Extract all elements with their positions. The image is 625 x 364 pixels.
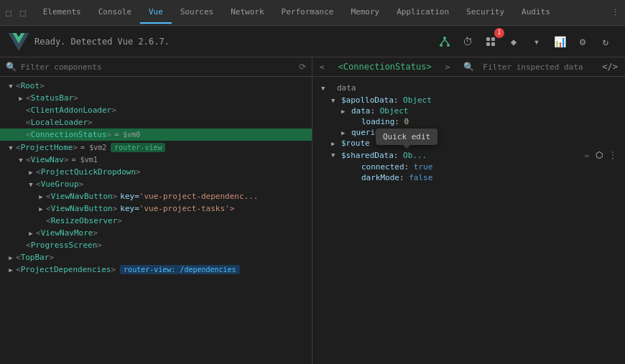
more-dropdown-icon[interactable]: ▾ [526, 31, 547, 52]
tree-item-statusbar[interactable]: ▶ <StatusBar> [0, 92, 312, 104]
svg-rect-5 [486, 37, 490, 41]
toggle-viewnavbutton1[interactable]: ▶ [36, 193, 46, 200]
toggle-vuegroup[interactable]: ▼ [26, 181, 36, 188]
device-icon[interactable]: ⬚ [17, 4, 29, 21]
data-row-darkmode[interactable]: darkMode : false [318, 172, 619, 183]
shareddata-toggle[interactable]: ▼ [331, 151, 341, 159]
data-panel: ▼ data ▼ $apolloData : Object ▶ data : O… [312, 77, 625, 364]
tab-application[interactable]: Application [388, 1, 458, 24]
history-icon[interactable]: ⏱ [457, 31, 478, 52]
code-toggle-icon[interactable]: </> [602, 62, 618, 72]
tree-item-viewnavbutton1[interactable]: ▶ <ViewNavButton> key='vue-project-depen… [0, 190, 312, 202]
svg-line-4 [445, 39, 448, 44]
tree-item-resizeobserver[interactable]: <ResizeObserver> [0, 215, 312, 227]
toggle-viewnavmore[interactable]: ▶ [26, 230, 36, 237]
tree-item-clientaddonloader[interactable]: <ClientAddonLoader> [0, 104, 312, 116]
projecthome-router-badge: router-view [111, 143, 165, 152]
data-row-apollodata[interactable]: ▼ $apolloData : Object [318, 95, 619, 106]
svg-point-1 [440, 44, 443, 47]
data-filter-input[interactable] [483, 62, 598, 72]
apollodata-data-toggle[interactable]: ▶ [341, 108, 351, 115]
left-panel: 🔍 ⟳ ▼ <Root> ▶ <StatusBar> <ClientAddonL… [0, 57, 312, 364]
component-tree: ▼ <Root> ▶ <StatusBar> <ClientAddonLoade… [0, 77, 312, 364]
vuex-icon[interactable]: 1 [480, 31, 501, 52]
component-filter-search-icon: 🔍 [6, 62, 17, 72]
component-filter-input[interactable] [21, 62, 299, 72]
toggle-projectdependencies[interactable]: ▶ [6, 266, 16, 274]
data-section-header[interactable]: ▼ data [318, 81, 619, 95]
svg-point-0 [443, 37, 446, 39]
tree-item-connectionstatus[interactable]: <ConnectionStatus> = $vm0 [0, 129, 312, 141]
svg-rect-8 [491, 42, 495, 46]
vue-header-icons: ⏱ 1 ◆ ▾ 📊 ⚙ ↻ [434, 31, 616, 52]
routing-icon[interactable]: ◆ [503, 31, 524, 52]
tab-security[interactable]: Security [458, 1, 513, 24]
component-tree-icon[interactable] [434, 31, 455, 52]
vue-logo-svg [9, 32, 29, 52]
data-section-label: data [334, 82, 359, 94]
shareddata-row-actions: ✏ ⬡ ⋮ [583, 149, 619, 161]
toggle-projecthome[interactable]: ▼ [6, 144, 16, 151]
tree-item-viewnavbutton2[interactable]: ▶ <ViewNavButton> key='vue-project-tasks… [0, 202, 312, 215]
data-row-connected[interactable]: connected : true [318, 162, 619, 172]
svg-line-3 [441, 39, 445, 44]
data-filter-search-icon: 🔍 [463, 62, 474, 72]
svg-rect-7 [486, 42, 490, 46]
connectionstatus-vm-badge: = $vm0 [114, 131, 140, 139]
tab-sources[interactable]: Sources [172, 1, 222, 24]
cursor-icon[interactable]: ⬡ [593, 149, 605, 161]
tree-item-viewnav[interactable]: ▼ <ViewNav> = $vm1 [0, 154, 312, 166]
toggle-projectquickdropdown[interactable]: ▶ [26, 169, 36, 176]
tree-item-localeloader[interactable]: <LocaleLoader> [0, 116, 312, 129]
toggle-viewnav[interactable]: ▼ [16, 157, 26, 164]
refresh-icon[interactable]: ↻ [595, 31, 616, 52]
tree-item-progressscreen[interactable]: <ProgressScreen> [0, 239, 312, 251]
toggle-statusbar[interactable]: ▶ [16, 95, 26, 102]
tab-console[interactable]: Console [90, 1, 140, 24]
tree-item-topbar[interactable]: ▶ <TopBar> [0, 251, 312, 263]
queries-toggle[interactable]: ▶ [341, 129, 351, 136]
tree-item-projectquickdropdown[interactable]: ▶ <ProjectQuickDropdown> [0, 166, 312, 178]
right-panel: < <ConnectionStatus> > 🔍 </> ▼ data ▼ $a… [312, 57, 625, 364]
vue-header: Ready. Detected Vue 2.6.7. ⏱ 1 ◆ ▾ [0, 26, 625, 57]
inspect-icon[interactable]: ⬚ [3, 4, 14, 21]
filter-spinner-icon: ⟳ [299, 62, 306, 72]
component-name-bar: < <ConnectionStatus> > 🔍 </> [312, 57, 625, 77]
data-section-toggle[interactable]: ▼ [321, 85, 331, 92]
tab-vue[interactable]: Vue [140, 1, 172, 24]
tree-item-root[interactable]: ▼ <Root> [0, 80, 312, 92]
more-icon[interactable]: ⋮ [608, 5, 622, 20]
tree-item-vuegroup[interactable]: ▼ <VueGroup> [0, 178, 312, 190]
component-bar-right: 🔍 </> [463, 62, 618, 72]
tab-network[interactable]: Network [222, 1, 272, 24]
toggle-root[interactable]: ▼ [6, 83, 16, 90]
more-row-icon[interactable]: ⋮ [606, 149, 619, 161]
tab-performance[interactable]: Performance [273, 1, 343, 24]
toggle-viewnavbutton2[interactable]: ▶ [36, 205, 46, 213]
route-toggle[interactable]: ▶ [331, 140, 341, 147]
tab-elements[interactable]: Elements [34, 1, 90, 24]
vue-logo: Ready. Detected Vue 2.6.7. [9, 32, 170, 52]
component-filter-bar: 🔍 ⟳ [0, 57, 312, 77]
tree-item-projectdependencies[interactable]: ▶ <ProjectDependencies> router-view: /de… [0, 263, 312, 276]
vuex-badge: 1 [494, 28, 504, 38]
settings-icon[interactable]: ⚙ [572, 31, 593, 52]
toggle-topbar[interactable]: ▶ [6, 254, 16, 261]
tab-audits[interactable]: Audits [513, 1, 559, 24]
edit-icon[interactable]: ✏ [583, 149, 592, 161]
data-row-queries[interactable]: ▶ queries : Object [318, 127, 619, 138]
tree-item-viewnavmore[interactable]: ▶ <ViewNavMore> [0, 227, 312, 239]
data-row-route[interactable]: ▶ $route [318, 138, 619, 149]
tab-memory[interactable]: Memory [342, 1, 388, 24]
data-row-apollodata-data[interactable]: ▶ data : Object [318, 106, 619, 116]
tree-item-projecthome[interactable]: ▼ <ProjectHome> = $vm2 router-view [0, 141, 312, 154]
performance-chart-icon[interactable]: 📊 [549, 31, 570, 52]
data-row-shareddata[interactable]: ▼ $sharedData : Ob... ✏ ⬡ ⋮ Quick edit [318, 149, 619, 162]
viewnav-vm-badge: = $vm1 [72, 156, 98, 164]
data-row-loading[interactable]: loading : 0 [318, 116, 619, 127]
main-content: 🔍 ⟳ ▼ <Root> ▶ <StatusBar> <ClientAddonL… [0, 57, 625, 364]
projectdependencies-router-badge: router-view: /dependencies [120, 265, 240, 274]
svg-rect-6 [491, 37, 495, 41]
vue-status: Ready. Detected Vue 2.6.7. [34, 37, 170, 47]
apollodata-toggle[interactable]: ▼ [331, 97, 341, 104]
